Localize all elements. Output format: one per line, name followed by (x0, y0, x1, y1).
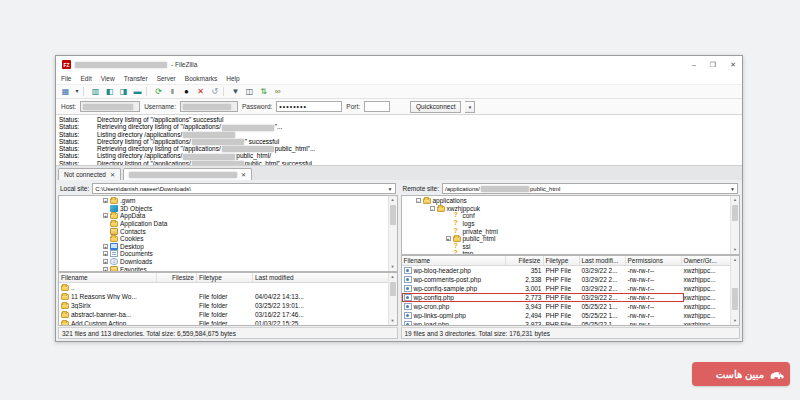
username-input[interactable] (180, 101, 238, 112)
tree-item[interactable]: Contacts (61, 227, 387, 235)
remote-file-list[interactable]: Filename Filesize Filetype Last modifi..… (401, 255, 741, 326)
scroll-down-icon[interactable]: ▼ (731, 317, 739, 325)
port-input[interactable] (364, 101, 390, 112)
menu-item[interactable]: Server (157, 75, 176, 82)
message-log[interactable]: Status:Directory listing of "/applicatio… (56, 115, 742, 166)
menu-item[interactable]: Help (226, 75, 239, 82)
expander-icon[interactable]: + (103, 267, 108, 272)
tree-item[interactable]: + .gwm (61, 197, 387, 205)
minimize-button[interactable]: – (692, 61, 696, 69)
tree-item[interactable]: + Documents (61, 250, 387, 258)
expander-icon[interactable]: + (103, 259, 108, 264)
expander-icon[interactable]: + (446, 236, 451, 241)
expander-icon[interactable]: + (103, 213, 108, 218)
table-row[interactable]: Add Custom Action ... File folder 01/03/… (59, 319, 388, 325)
scroll-up-icon[interactable]: ▲ (731, 256, 739, 264)
table-row[interactable]: wp-blog-header.php 351 PHP File 03/29/22… (402, 266, 731, 275)
scroll-down-icon[interactable]: ▼ (389, 317, 397, 325)
disconnect-icon[interactable]: ✕ (195, 86, 206, 97)
tree-item[interactable]: + Desktop (61, 243, 387, 251)
menu-item[interactable]: Bookmarks (185, 75, 218, 82)
tree-item[interactable]: Cookies (61, 235, 387, 243)
local-directory-tree[interactable]: + .gwm 3D Objects (58, 195, 398, 272)
toggle-queue-icon[interactable]: ▬ (132, 86, 143, 97)
tab-close-icon[interactable]: ✕ (110, 171, 115, 178)
tree-item[interactable]: + Downloads (61, 258, 387, 266)
scroll-thumb[interactable] (732, 205, 738, 221)
tab-connected-session[interactable]: ✕ (123, 168, 252, 180)
menu-item[interactable]: View (101, 75, 115, 82)
scroll-thumb[interactable] (390, 282, 396, 296)
expander-icon[interactable]: - (416, 198, 421, 203)
remote-path-combobox[interactable]: /applications/ public_html ▼ (442, 183, 738, 194)
tree-item[interactable]: + AppData (61, 212, 387, 220)
remote-list-scrollbar[interactable]: ▲ ▼ (730, 256, 739, 325)
reconnect-icon[interactable]: ↺ (209, 86, 220, 97)
column-header[interactable]: Filetype (197, 273, 253, 282)
toggle-remote-tree-icon[interactable]: ◨ (118, 86, 129, 97)
column-header[interactable]: Last modified (253, 273, 397, 282)
quickconnect-dropdown-icon[interactable]: ▾ (465, 101, 475, 113)
toolbar-separator[interactable] (83, 87, 87, 96)
close-button[interactable]: ✕ (730, 61, 736, 69)
expander-icon[interactable]: + (103, 198, 108, 203)
scroll-down-icon[interactable]: ▼ (389, 263, 397, 271)
table-row[interactable]: wp-load.php 3,973 PHP File 05/25/22 1...… (402, 320, 731, 325)
column-header[interactable]: Last modifi... (580, 256, 626, 265)
process-queue-icon[interactable]: ‖ (167, 86, 178, 97)
scroll-thumb[interactable] (732, 288, 738, 310)
host-input[interactable] (80, 101, 140, 112)
table-row[interactable]: wp-comments-post.php 2,338 PHP File 03/2… (402, 275, 731, 284)
toolbar-separator[interactable] (146, 87, 150, 96)
column-header[interactable]: Filesize (157, 273, 197, 282)
menu-item[interactable]: Edit (80, 75, 91, 82)
tree-item[interactable]: + public_html (404, 235, 730, 243)
column-header[interactable]: Filename (402, 256, 506, 265)
column-header[interactable]: Filesize (506, 256, 544, 265)
remote-directory-tree[interactable]: - applications - xwzhjppcuk (401, 195, 741, 255)
compare-icon[interactable]: ◫ (244, 86, 255, 97)
tab-not-connected[interactable]: Not connected ✕ (58, 168, 121, 180)
toggle-message-log-icon[interactable]: ▥ (90, 86, 101, 97)
table-row[interactable]: .. (59, 283, 388, 292)
tree-item[interactable]: 3D Objects (61, 205, 387, 213)
scroll-up-icon[interactable]: ▲ (389, 273, 397, 281)
column-header[interactable]: Filetype (544, 256, 580, 265)
tree-item[interactable]: - applications (404, 197, 730, 205)
password-input[interactable]: •••••••• (276, 101, 342, 112)
table-row[interactable]: wp-config.php 2,773 PHP File 03/29/22 2.… (402, 293, 731, 302)
table-row[interactable]: abstract-banner-ba... File folder 03/16/… (59, 310, 388, 319)
table-row[interactable]: wp-cron.php 3,943 PHP File 05/25/22 1...… (402, 302, 731, 311)
expander-icon[interactable]: + (103, 244, 108, 249)
toggle-local-tree-icon[interactable]: ◧ (104, 86, 115, 97)
local-list-scrollbar[interactable]: ▲ ▼ (388, 273, 397, 325)
local-path-combobox[interactable]: C:\Users\danish.naseer\Downloads\ ▼ (92, 183, 395, 194)
chevron-down-icon[interactable]: ▼ (730, 186, 735, 192)
menu-item[interactable]: Transfer (124, 75, 148, 82)
tree-item[interactable]: ssl (404, 243, 730, 251)
tree-item[interactable]: logs (404, 220, 730, 228)
chevron-down-icon[interactable]: ▼ (388, 186, 393, 192)
expander-icon[interactable]: + (103, 251, 108, 256)
cancel-icon[interactable]: ● (181, 86, 192, 97)
column-header[interactable]: Filename (59, 273, 157, 282)
table-row[interactable]: 3gSirix File folder 03/25/22 19:01... (59, 301, 388, 310)
expander-icon[interactable]: - (430, 206, 435, 211)
scroll-down-icon[interactable]: ▼ (731, 246, 739, 254)
remote-tree-scrollbar[interactable]: ▲ ▼ (730, 196, 739, 254)
tree-item[interactable]: private_html (404, 227, 730, 235)
tab-close-icon[interactable]: ✕ (241, 171, 246, 178)
tree-item[interactable]: conf (404, 212, 730, 220)
filter-icon[interactable]: ▼ (230, 86, 241, 97)
tree-item[interactable]: Application Data (61, 220, 387, 228)
scroll-thumb[interactable] (390, 205, 396, 225)
menu-item[interactable]: File (61, 75, 71, 82)
quickconnect-button[interactable]: Quickconnect (410, 101, 461, 113)
refresh-icon[interactable]: ⟳ (153, 86, 164, 97)
scroll-up-icon[interactable]: ▲ (389, 196, 397, 204)
tree-item[interactable]: + Favorites (61, 265, 387, 272)
find-icon[interactable]: ∞ (272, 86, 283, 97)
sync-browsing-icon[interactable]: ⇅ (258, 86, 269, 97)
column-header[interactable]: Permissions (626, 256, 682, 265)
site-manager-icon[interactable]: ▦ (60, 86, 71, 97)
